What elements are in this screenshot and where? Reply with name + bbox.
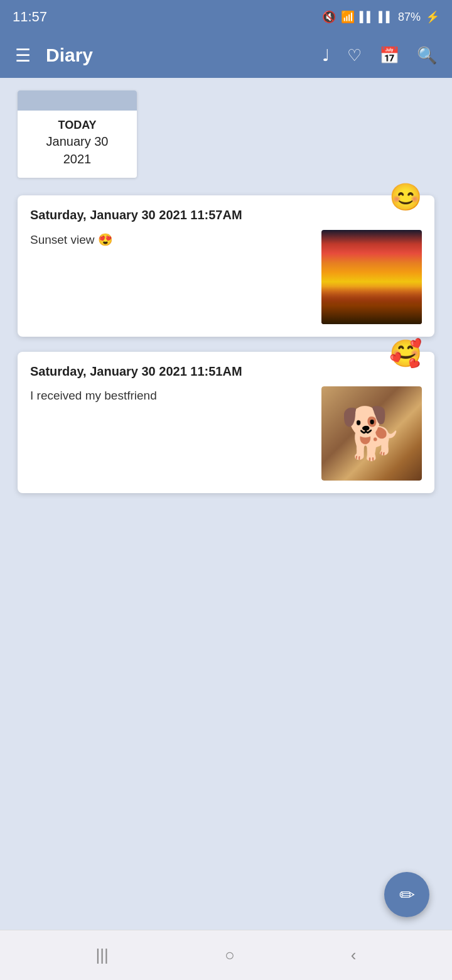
entry-1-emoji: 😊 bbox=[389, 184, 422, 210]
app-title: Diary bbox=[46, 45, 322, 66]
main-content: TODAY January 30 2021 😊 Saturday, Januar… bbox=[0, 78, 452, 930]
calendar-icon[interactable]: 📅 bbox=[379, 46, 399, 65]
entry-1-content-row: Sunset view 😍 bbox=[30, 230, 422, 324]
status-icons: 🔇 📶 ▌▌ ▌▌ 87% ⚡ bbox=[322, 10, 439, 24]
nav-icon-group: ♩ ♡ 📅 🔍 bbox=[322, 46, 437, 65]
music-icon[interactable]: ♩ bbox=[322, 46, 330, 65]
top-nav: ☰ Diary ♩ ♡ 📅 🔍 bbox=[0, 33, 452, 78]
pencil-icon: ✏ bbox=[399, 884, 415, 906]
date-month-day: January 30 bbox=[26, 133, 128, 150]
recent-apps-icon[interactable]: ||| bbox=[96, 945, 109, 965]
hamburger-menu-button[interactable]: ☰ bbox=[15, 45, 31, 66]
mute-icon: 🔇 bbox=[322, 10, 336, 24]
date-month: January bbox=[46, 134, 91, 148]
entry-2-emoji: 🥰 bbox=[389, 340, 422, 367]
back-icon[interactable]: ‹ bbox=[351, 945, 357, 965]
entry-2-image bbox=[321, 386, 422, 481]
date-card-header bbox=[18, 90, 137, 111]
signal2-icon: ▌▌ bbox=[379, 11, 393, 23]
search-icon[interactable]: 🔍 bbox=[417, 46, 437, 65]
battery-text: 87% bbox=[398, 11, 421, 24]
dog-image bbox=[321, 386, 422, 481]
status-bar: 11:57 🔇 📶 ▌▌ ▌▌ 87% ⚡ bbox=[0, 0, 452, 33]
entry-card-2[interactable]: 🥰 Saturday, January 30 2021 11:51AM I re… bbox=[18, 352, 434, 493]
entry-1-text: Sunset view 😍 bbox=[30, 230, 311, 247]
compose-fab-button[interactable]: ✏ bbox=[384, 872, 429, 917]
home-icon[interactable]: ○ bbox=[225, 945, 235, 965]
entry-2-datetime: Saturday, January 30 2021 11:51AM bbox=[30, 364, 422, 379]
date-day: 30 bbox=[94, 134, 108, 148]
entry-2-content-row: I received my bestfriend bbox=[30, 386, 422, 481]
battery-charging-icon: ⚡ bbox=[426, 10, 439, 24]
entry-1-image bbox=[321, 230, 422, 324]
today-label: TODAY bbox=[26, 118, 128, 133]
entry-2-text: I received my bestfriend bbox=[30, 386, 311, 403]
signal-icon: ▌▌ bbox=[360, 11, 374, 23]
date-card: TODAY January 30 2021 bbox=[18, 90, 137, 178]
bottom-nav: ||| ○ ‹ bbox=[0, 930, 452, 980]
entry-card-1[interactable]: 😊 Saturday, January 30 2021 11:57AM Suns… bbox=[18, 195, 434, 337]
heart-icon[interactable]: ♡ bbox=[347, 46, 362, 65]
sunset-image bbox=[321, 230, 422, 324]
date-card-body: TODAY January 30 2021 bbox=[18, 111, 137, 178]
status-time: 11:57 bbox=[13, 9, 47, 25]
entry-1-datetime: Saturday, January 30 2021 11:57AM bbox=[30, 208, 422, 222]
date-year: 2021 bbox=[26, 150, 128, 168]
wifi-icon: 📶 bbox=[341, 10, 355, 24]
